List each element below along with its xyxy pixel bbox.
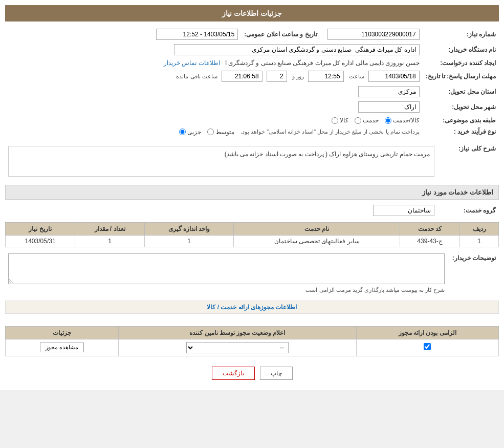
- buyer-description-textarea[interactable]: [8, 253, 445, 284]
- deadline-time-input: [308, 71, 344, 82]
- cell-row-num: 1: [460, 235, 499, 247]
- buyer-org-input: [174, 44, 420, 55]
- deadline-days-input: [267, 71, 287, 82]
- buyer-org-label: نام دستگاه خریدار:: [423, 42, 499, 57]
- col-service-name: نام حدمت: [234, 222, 400, 235]
- action-buttons: چاپ بازگشت: [5, 367, 499, 380]
- purchase-partial-radio[interactable]: [179, 129, 186, 135]
- cell-service-code: ج-43-439: [400, 235, 459, 247]
- page-title: جزئیات اطلاعات نیاز: [5, 5, 499, 22]
- header-info-table: شماره نیاز: تاریخ و ساعت اعلان عمومی: نا…: [5, 27, 499, 138]
- city-input: [358, 101, 420, 113]
- buyer-description-table: توضیحات خریدار: شرح کار به پیوست میاشد ب…: [5, 251, 499, 296]
- city-label: شهر محل تحویل:: [423, 99, 499, 115]
- requester-label: ایجاد کننده درخواست:: [423, 57, 499, 69]
- perm-required-checkbox[interactable]: [424, 343, 431, 350]
- cell-date: 1403/05/31: [6, 235, 75, 247]
- purchase-medium-radio[interactable]: [207, 129, 214, 135]
- perm-status-select[interactable]: --: [186, 342, 289, 353]
- col-unit: واحد اندازه گیری: [144, 222, 233, 235]
- perm-details-cell: مشاهده مجوز: [6, 339, 119, 356]
- deadline-remaining-time-input: [222, 71, 262, 82]
- perm-required-cell: [356, 339, 498, 356]
- buyer-description-label: توضیحات خریدار:: [448, 251, 499, 296]
- need-description-value: مرمت حمام تاریخی روستای هزاوه اراک ( پرد…: [8, 146, 434, 177]
- announcement-value-input: [156, 29, 238, 40]
- deadline-days-label: روز و: [292, 73, 304, 80]
- category-service-radio[interactable]: [355, 117, 361, 124]
- province-label: استان محل تحویل:: [423, 84, 499, 99]
- print-button[interactable]: چاپ: [260, 367, 293, 380]
- category-goods-radio[interactable]: [332, 117, 338, 124]
- announcement-label: تاریخ و ساعت اعلان عمومی:: [241, 27, 320, 42]
- need-number-input: [327, 29, 420, 40]
- deadline-remaining-label: ساعت باقی مانده: [176, 73, 217, 80]
- buyer-description-hint: شرح کار به پیوست میاشد بارگذاری گرید مرم…: [8, 286, 445, 294]
- cell-quantity: 1: [75, 235, 145, 247]
- cell-service-name: سایر فعالیتهای تخصصی ساختمان: [234, 235, 400, 247]
- category-goods-service-radio[interactable]: [385, 117, 391, 124]
- need-description-label: شرح کلی نیاز:: [437, 142, 499, 181]
- deadline-time-label: ساعت: [349, 73, 364, 80]
- col-service-code: کد حدمت: [400, 222, 459, 235]
- cell-unit: 1: [144, 235, 233, 247]
- category-service-label: خدمت: [363, 117, 379, 124]
- service-group-table: گروه خدمت:: [5, 203, 499, 218]
- services-grid: ردیف کد حدمت نام حدمت واحد اندازه گیری ت…: [5, 222, 499, 247]
- perm-col-status: اعلام وضعیت مجوز توسط نامین کننده: [118, 326, 356, 339]
- perm-status-cell: --: [118, 339, 356, 356]
- contact-link[interactable]: اطلاعات تماس خریدار: [164, 59, 220, 67]
- need-number-label: شماره نیاز:: [423, 27, 499, 42]
- permissions-row: -- مشاهده مجوز: [6, 339, 499, 356]
- requester-value: جسن نوروزی دایمی مالی اداره کل میراث فره…: [225, 59, 420, 67]
- permissions-grid: الزامی بودن ارائه مجوز اعلام وضعیت مجوز …: [5, 326, 499, 356]
- col-date: تاریخ نیاز: [6, 222, 75, 235]
- table-row: 1 ج-43-439 سایر فعالیتهای تخصصی ساختمان …: [6, 235, 499, 247]
- view-permit-button[interactable]: مشاهده مجوز: [40, 343, 84, 352]
- perm-col-details: جزئیات: [6, 326, 119, 339]
- category-goods-service-label: کالا/خدمت: [393, 117, 419, 124]
- deadline-date-input: [368, 71, 420, 82]
- category-label: طبقه بندی موضوعی:: [423, 115, 499, 126]
- perm-col-required: الزامی بودن ارائه مجوز: [356, 326, 498, 339]
- services-section-title: اطلاعات خدمات مورد نیاز: [5, 185, 499, 200]
- purchase-partial-label: جزیی: [187, 129, 201, 136]
- back-button[interactable]: بازگشت: [212, 367, 255, 380]
- purchase-notice: پرداخت تمام یا بخشی از مبلغ خریدار از مح…: [240, 129, 420, 135]
- permissions-section-title: اطلاعات مجوزهای ارائه خدمت / کالا: [5, 301, 499, 314]
- deadline-label: مهلت ارسال پاسخ: تا تاریخ:: [423, 69, 499, 84]
- purchase-medium-label: متوسط: [215, 129, 234, 136]
- province-input: [358, 86, 420, 97]
- service-group-label: گروه خدمت:: [437, 203, 499, 218]
- need-description-table: شرح کلی نیاز: مرمت حمام تاریخی روستای هز…: [5, 142, 499, 181]
- category-goods-label: کالا: [340, 117, 348, 124]
- col-row-num: ردیف: [460, 222, 499, 235]
- purchase-type-label: نوع فرآیند خرید :: [423, 126, 499, 138]
- col-quantity: تعداد / مقدار: [75, 222, 145, 235]
- service-group-input: [373, 205, 434, 216]
